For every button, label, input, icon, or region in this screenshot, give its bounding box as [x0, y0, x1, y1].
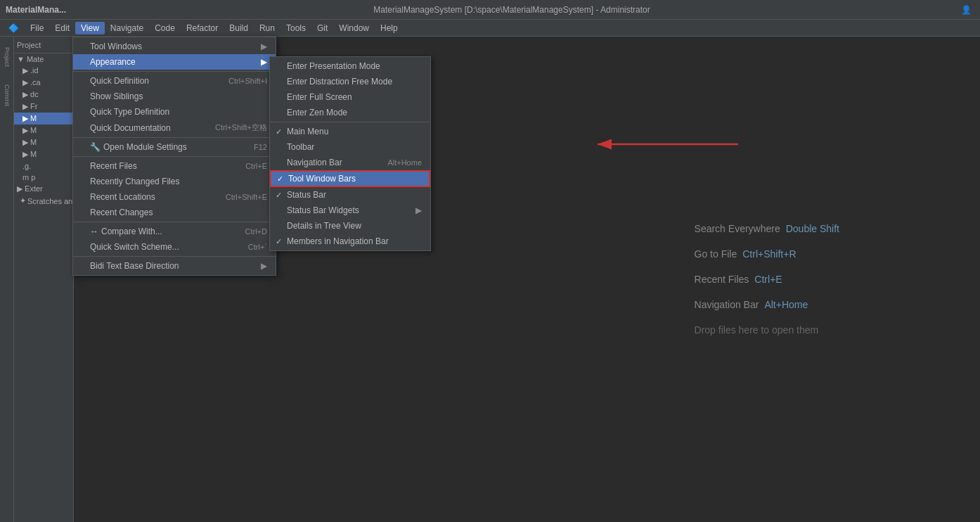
menu-item-recent-changes[interactable]: Recent Changes — [73, 205, 276, 220]
menu-edit[interactable]: Edit — [49, 22, 75, 34]
drop-label: Drop files here to open them — [695, 324, 819, 336]
sep3 — [73, 156, 276, 157]
menu-item-bidi-text[interactable]: Bidi Text Base Direction ▶ — [73, 258, 276, 274]
tree-item[interactable]: ▶ M — [14, 136, 73, 148]
menu-item-navigation-bar[interactable]: Navigation Bar Alt+Home — [270, 155, 430, 170]
menu-intellij-icon[interactable]: 🔷 — [3, 22, 25, 34]
tree-item-selected[interactable]: ▶ M — [14, 113, 73, 125]
menu-item-details-tree-view[interactable]: Details in Tree View — [270, 218, 430, 234]
menu-build[interactable]: Build — [224, 22, 254, 34]
enter-distraction-label: Enter Distraction Free Mode — [287, 77, 392, 87]
recent-files-label: Recent Files — [90, 161, 137, 171]
tree-item[interactable]: ▶ M — [14, 125, 73, 136]
tool-window-bars-label: Tool Window Bars — [288, 174, 356, 184]
menu-item-enter-fullscreen[interactable]: Enter Full Screen — [270, 89, 430, 105]
appearance-label: Appearance — [90, 57, 136, 67]
tree-item[interactable]: ▶ Fr — [14, 101, 73, 113]
menu-tools[interactable]: Tools — [281, 22, 311, 34]
shortcut-row-search: Search Everywhere Double Shift — [695, 223, 839, 234]
menu-item-recent-locations[interactable]: Recent Locations Ctrl+Shift+E — [73, 189, 276, 205]
enter-fullscreen-label: Enter Full Screen — [287, 92, 352, 102]
tree-item[interactable]: .g. — [14, 160, 73, 172]
menu-item-status-bar-widgets[interactable]: Status Bar Widgets ▶ — [270, 203, 430, 218]
status-bar-label: Status Bar — [287, 190, 326, 200]
appearance-arrow: ▶ — [261, 57, 267, 67]
quick-type-def-label: Quick Type Definition — [90, 107, 169, 117]
menu-refactor[interactable]: Refactor — [181, 22, 224, 34]
menu-item-enter-presentation[interactable]: Enter Presentation Mode — [270, 58, 430, 74]
sep-a1 — [270, 122, 430, 122]
menu-item-main-menu[interactable]: Main Menu — [270, 124, 430, 139]
menu-item-recent-files[interactable]: Recent Files Ctrl+E — [73, 158, 276, 174]
menu-item-tool-window-bars[interactable]: ✓ Tool Window Bars — [270, 170, 430, 187]
menu-item-compare-with[interactable]: ↔ Compare With... Ctrl+D — [73, 224, 276, 239]
menu-help[interactable]: Help — [375, 22, 404, 34]
tool-windows-arrow: ▶ — [261, 42, 267, 51]
menu-git[interactable]: Git — [311, 22, 333, 34]
recent-files-shortcut: Ctrl+E — [231, 162, 267, 170]
recent-changes-label: Recent Changes — [90, 208, 153, 217]
tree-item[interactable]: ▶ .id — [14, 65, 73, 77]
tree-item[interactable]: ▼ Mate — [14, 53, 73, 65]
menu-item-quick-switch[interactable]: Quick Switch Scheme... Ctrl+` — [73, 239, 276, 255]
menu-item-enter-zen[interactable]: Enter Zen Mode — [270, 105, 430, 120]
compare-icon: ↔ — [90, 227, 98, 236]
quick-doc-label: Quick Documentation — [90, 123, 171, 133]
menu-item-toolbar[interactable]: Toolbar — [270, 139, 430, 155]
navbar-label: Navigation Bar — [695, 299, 759, 310]
search-label: Search Everywhere — [695, 223, 780, 234]
navigation-bar-label: Navigation Bar — [287, 158, 342, 167]
recently-changed-label: Recently Changed Files — [90, 177, 179, 186]
goto-key: Ctrl+Shift+R — [742, 248, 796, 260]
tree-item[interactable]: ▶ M — [14, 148, 73, 160]
shortcut-list: Search Everywhere Double Shift Go to Fil… — [695, 223, 839, 336]
open-module-shortcut: F12 — [240, 143, 267, 151]
status-bar-widgets-label: Status Bar Widgets — [287, 205, 359, 215]
shortcut-row-navbar: Navigation Bar Alt+Home — [695, 299, 839, 310]
tool-windows-label: Tool Windows — [90, 42, 142, 51]
show-siblings-label: Show Siblings — [90, 91, 143, 101]
members-nav-bar-label: Members in Navigation Bar — [287, 236, 389, 246]
menu-item-quick-doc[interactable]: Quick Documentation Ctrl+Shift+空格 — [73, 120, 276, 136]
menu-item-open-module[interactable]: 🔧 Open Module Settings F12 — [73, 139, 276, 155]
sep5 — [73, 256, 276, 257]
menu-item-show-siblings[interactable]: Show Siblings — [73, 89, 276, 104]
tree-item[interactable]: m p — [14, 172, 73, 183]
menu-navigate[interactable]: Navigate — [105, 22, 149, 34]
tree-item[interactable]: ▶ .ca — [14, 77, 73, 89]
user-icon: 👤 — [958, 1, 974, 18]
menu-file[interactable]: File — [25, 22, 49, 34]
compare-with-label: Compare With... — [101, 227, 162, 236]
menu-item-enter-distraction[interactable]: Enter Distraction Free Mode — [270, 74, 430, 89]
project-side-icon[interactable]: Project — [1, 39, 13, 75]
quick-doc-shortcut: Ctrl+Shift+空格 — [201, 122, 267, 133]
menu-item-appearance[interactable]: Appearance ▶ — [73, 54, 276, 70]
shortcut-row-drop: Drop files here to open them — [695, 324, 839, 336]
enter-presentation-label: Enter Presentation Mode — [287, 61, 380, 71]
project-panel: Project ▼ Mate ▶ .id ▶ .ca ▶ dc ▶ Fr ▶ M… — [14, 37, 74, 522]
menu-run[interactable]: Run — [254, 22, 281, 34]
appearance-submenu: Enter Presentation Mode Enter Distractio… — [269, 56, 431, 251]
menu-item-tool-windows[interactable]: Tool Windows ▶ — [73, 39, 276, 54]
navbar-key: Alt+Home — [764, 299, 808, 310]
menu-item-recently-changed[interactable]: Recently Changed Files — [73, 174, 276, 189]
menu-item-quick-definition[interactable]: Quick Definition Ctrl+Shift+I — [73, 73, 276, 89]
recent-label: Recent Files — [695, 274, 749, 285]
menu-window[interactable]: Window — [333, 22, 375, 34]
menu-item-quick-type-def[interactable]: Quick Type Definition — [73, 104, 276, 120]
bidi-text-arrow: ▶ — [261, 261, 267, 271]
search-key: Double Shift — [786, 223, 839, 234]
menu-code[interactable]: Code — [149, 22, 181, 34]
quick-definition-shortcut: Ctrl+Shift+I — [214, 77, 267, 85]
compare-with-shortcut: Ctrl+D — [231, 227, 267, 236]
menu-item-status-bar[interactable]: Status Bar — [270, 187, 430, 203]
side-icons: Project Commit — [0, 37, 14, 522]
menu-view[interactable]: View — [75, 22, 105, 34]
tree-item[interactable]: ▶ Exter — [14, 183, 73, 195]
tree-item[interactable]: ▶ dc — [14, 89, 73, 101]
tree-item-scratches[interactable]: ✦ Scratches and Consoles — [14, 195, 73, 207]
commit-side-icon[interactable]: Commit — [1, 77, 13, 113]
bidi-text-label: Bidi Text Base Direction — [90, 261, 179, 271]
menu-item-members-nav-bar[interactable]: Members in Navigation Bar — [270, 234, 430, 249]
recent-locations-label: Recent Locations — [90, 192, 155, 202]
